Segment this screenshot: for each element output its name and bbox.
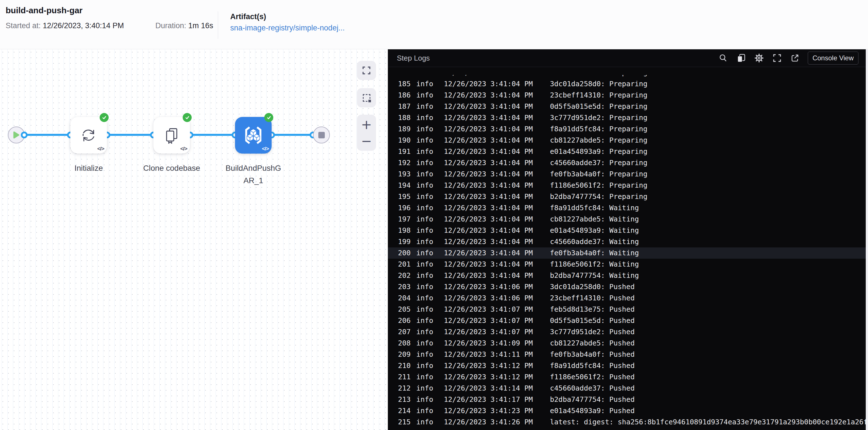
log-timestamp: 12/26/2023 3:41:04 PM [444,236,550,248]
log-line[interactable]: 208 info 12/26/2023 3:41:09 PM cb81227ab… [388,338,866,349]
edge-build-end [272,134,313,136]
log-line-number: 209 [398,349,416,360]
log-scroller[interactable]: 184 info 12/26/2023 3:41:04 PM feb5d8d13… [388,75,866,430]
log-line[interactable]: 214 info 12/26/2023 3:41:23 PM e01a45489… [388,405,866,417]
artifact-link[interactable]: sna-image-registry/simple-nodej... [230,24,345,32]
log-timestamp: 12/26/2023 3:41:04 PM [444,202,550,213]
edge-initialize-clone [107,134,153,136]
log-level: info [416,315,444,326]
log-line[interactable]: 193 info 12/26/2023 3:41:04 PM fe0fb3ab4… [388,169,866,180]
log-message: f1186e5061f2: Waiting [550,259,639,270]
log-line[interactable]: 192 info 12/26/2023 3:41:04 PM c45660add… [388,157,866,169]
success-badge [264,113,273,122]
log-line[interactable]: 197 info 12/26/2023 3:41:04 PM cb81227ab… [388,213,866,225]
gar-cubes-icon [243,125,264,146]
log-level: info [416,383,444,394]
success-badge [183,113,192,122]
node-initialize[interactable]: </> [70,117,107,153]
log-timestamp: 12/26/2023 3:41:04 PM [444,225,550,236]
log-timestamp: 12/26/2023 3:41:04 PM [444,112,550,123]
pipeline-canvas[interactable]: </> </> [0,49,388,430]
log-line[interactable]: 212 info 12/26/2023 3:41:14 PM c45660add… [388,383,866,394]
log-level: info [416,304,444,315]
log-line[interactable]: 201 info 12/26/2023 3:41:04 PM f1186e506… [388,259,866,270]
log-message: fe0fb3ab4a0f: Pushed [550,349,635,360]
log-line[interactable]: 190 info 12/26/2023 3:41:04 PM cb81227ab… [388,135,866,146]
started-at-label: Started at: [6,21,41,30]
console-view-button[interactable]: Console View [808,52,859,64]
log-line[interactable]: 200 info 12/26/2023 3:41:04 PM fe0fb3ab4… [388,248,866,259]
log-message: c45660adde37: Preparing [550,157,647,169]
log-line[interactable]: 188 info 12/26/2023 3:41:04 PM 3c777d951… [388,112,866,123]
log-message: 3c777d951de2: Pushed [550,326,635,338]
open-in-new-icon[interactable] [790,53,800,63]
log-line-number: 203 [398,281,416,292]
log-line[interactable]: 199 info 12/26/2023 3:41:04 PM c45660add… [388,236,866,248]
log-line[interactable]: 189 info 12/26/2023 3:41:04 PM f8a91dd5f… [388,123,866,135]
node-clone-codebase[interactable]: </> [153,117,190,153]
log-timestamp: 12/26/2023 3:41:04 PM [444,259,550,270]
log-line[interactable]: 206 info 12/26/2023 3:41:07 PM 0d5f5a015… [388,315,866,326]
settings-gear-icon[interactable] [754,53,764,63]
page-scrollbar-track[interactable] [866,49,868,430]
edge-start-initialize [25,134,70,136]
log-line[interactable]: 204 info 12/26/2023 3:41:06 PM 23cbeff14… [388,292,866,304]
log-line[interactable]: 198 info 12/26/2023 3:41:04 PM e01a45489… [388,225,866,236]
log-timestamp: 12/26/2023 3:41:26 PM [444,417,550,428]
log-timestamp: 12/26/2023 3:41:04 PM [444,213,550,225]
log-timestamp: 12/26/2023 3:41:09 PM [444,338,550,349]
marquee-select-button[interactable] [357,88,376,107]
log-line-number: 188 [398,112,416,123]
zoom-control: + − [357,115,376,151]
log-line[interactable]: 186 info 12/26/2023 3:41:04 PM 23cbeff14… [388,90,866,101]
log-line-number: 193 [398,169,416,180]
step-logs-panel: Step Logs [388,49,866,430]
log-line[interactable]: 191 info 12/26/2023 3:41:04 PM e01a45489… [388,146,866,157]
log-line[interactable]: 210 info 12/26/2023 3:41:12 PM f8a91dd5f… [388,360,866,371]
log-line-number: 205 [398,304,416,315]
log-line[interactable]: 207 info 12/26/2023 3:41:07 PM 3c777d951… [388,326,866,338]
log-message: 0d5f5a015e5d: Preparing [550,101,647,112]
log-line[interactable]: 195 info 12/26/2023 3:41:04 PM b2dba7477… [388,191,866,202]
log-line[interactable]: 185 info 12/26/2023 3:41:04 PM 3dc01da25… [388,78,866,90]
started-at-value: 12/26/2023, 3:40:14 PM [43,21,124,30]
log-line-number: 211 [398,371,416,383]
marquee-select-icon [363,94,370,102]
fit-to-screen-button[interactable] [357,61,376,80]
log-message: cb81227abde5: Waiting [550,213,639,225]
node-build-and-push-gar[interactable]: </> [235,117,272,153]
log-message: latest: digest: sha256:8b1fce94610891d93… [550,417,866,428]
log-line-number: 198 [398,225,416,236]
log-timestamp: 12/26/2023 3:41:04 PM [444,157,550,169]
log-line-number: 195 [398,191,416,202]
log-line[interactable]: 184 info 12/26/2023 3:41:04 PM feb5d8d13… [388,75,866,78]
log-line[interactable]: 187 info 12/26/2023 3:41:04 PM 0d5f5a015… [388,101,866,112]
log-message: fe0fb3ab4a0f: Waiting [550,248,639,259]
log-level: info [416,292,444,304]
zoom-out-button[interactable]: − [361,133,372,149]
copy-icon[interactable] [736,53,746,63]
node-label-build-and-push-gar: BuildAndPushGAR_1 [225,162,281,187]
success-badge [100,113,108,122]
log-line-number: 199 [398,236,416,248]
log-line[interactable]: 194 info 12/26/2023 3:41:04 PM f1186e506… [388,180,866,191]
log-line[interactable]: 205 info 12/26/2023 3:41:07 PM feb5d8d13… [388,304,866,315]
log-line[interactable]: 196 info 12/26/2023 3:41:04 PM f8a91dd5f… [388,202,866,213]
log-level: info [416,270,444,281]
log-line[interactable]: 215 info 12/26/2023 3:41:26 PM latest: d… [388,417,866,428]
log-line[interactable]: 211 info 12/26/2023 3:41:12 PM f1186e506… [388,371,866,383]
log-line[interactable]: 209 info 12/26/2023 3:41:11 PM fe0fb3ab4… [388,349,866,360]
fullscreen-icon[interactable] [772,53,782,63]
log-level: info [416,90,444,101]
port[interactable] [21,132,28,138]
log-line[interactable]: 203 info 12/26/2023 3:41:06 PM 3dc01da25… [388,281,866,292]
zoom-in-button[interactable]: + [361,116,372,133]
search-icon[interactable] [718,53,728,63]
log-level: info [416,259,444,270]
log-timestamp: 12/26/2023 3:41:04 PM [444,270,550,281]
end-node[interactable] [313,126,330,143]
log-line[interactable]: 202 info 12/26/2023 3:41:04 PM b2dba7477… [388,270,866,281]
code-glyph: </> [97,146,104,152]
log-timestamp: 12/26/2023 3:41:07 PM [444,304,550,315]
log-line[interactable]: 213 info 12/26/2023 3:41:17 PM b2dba7477… [388,394,866,405]
